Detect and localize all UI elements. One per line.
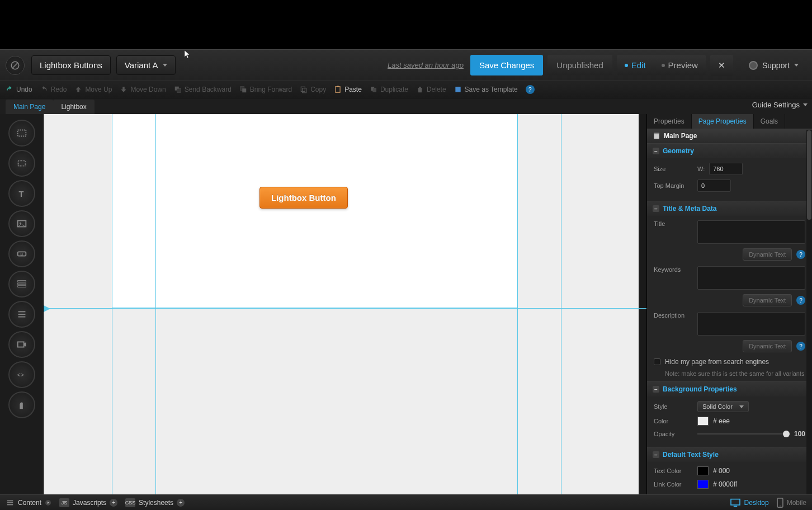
section-tool[interactable] [8,120,35,147]
move-up-button[interactable]: Move Up [74,86,112,93]
save-as-template-button[interactable]: Save as Template [454,86,518,93]
lightbox-button-element[interactable]: Lightbox Button [259,187,348,209]
chevron-down-icon [794,64,799,67]
mobile-view-button[interactable]: Mobile [777,498,806,508]
dynamic-text-button[interactable]: Dynamic Text [743,340,792,352]
javascripts-button[interactable]: JS Javascripts + [59,498,117,507]
opacity-label: Opacity [654,431,693,437]
browser-chrome-area [0,0,812,49]
tab-lightbox[interactable]: Lightbox [53,100,94,114]
dynamic-text-button[interactable]: Dynamic Text [743,248,792,261]
width-input[interactable] [709,163,743,175]
svg-rect-9 [337,86,339,87]
move-down-button[interactable]: Move Down [120,86,166,93]
send-backward-label: Send Backward [185,86,232,93]
box-tool[interactable] [8,150,35,177]
variant-selector[interactable]: Variant A [116,55,176,75]
help-icon[interactable]: ? [526,85,535,94]
js-badge-icon: JS [59,498,69,507]
section-geometry[interactable]: − Geometry [647,143,812,158]
button-tool[interactable]: B [8,240,35,267]
list-tool[interactable] [8,301,35,328]
desktop-view-button[interactable]: Desktop [730,498,769,507]
hide-from-search-checkbox[interactable] [654,358,660,365]
link-color-swatch[interactable] [697,480,709,489]
section-background[interactable]: − Background Properties [647,381,812,396]
publish-status[interactable]: Unpublished [547,55,612,75]
text-color-value: # 000 [713,467,730,475]
keywords-label: Keywords [654,266,693,273]
svg-rect-6 [301,87,305,91]
svg-rect-19 [17,281,26,282]
html-tool[interactable]: <> [8,361,35,388]
page-title-box[interactable]: Lightbox Buttons [31,55,111,75]
bg-color-swatch[interactable] [697,417,709,426]
text-color-swatch[interactable] [697,466,709,475]
guide-vertical-left[interactable] [112,114,112,494]
canvas-scrollbar[interactable] [639,114,646,494]
bring-forward-button[interactable]: Bring Forward [239,86,292,93]
stylesheets-button[interactable]: CSS Stylesheets + [125,498,185,507]
support-menu[interactable]: Support [741,55,806,75]
title-input[interactable] [697,220,805,244]
mobile-label: Mobile [787,499,806,507]
style-select[interactable]: Solid Color [697,401,749,412]
move-up-label: Move Up [85,86,112,93]
keywords-input[interactable] [697,266,805,290]
app-logo[interactable] [6,56,25,75]
undo-button[interactable]: Undo [6,86,32,93]
collapse-icon: − [653,451,659,458]
top-margin-input[interactable] [697,180,731,192]
send-backward-button[interactable]: Send Backward [174,86,232,93]
preview-mode-button[interactable]: Preview [654,55,706,75]
background-title: Background Properties [663,385,737,393]
guide-vertical-right[interactable] [561,114,561,494]
last-saved-text[interactable]: Last saved an hour ago [388,61,464,69]
paste-button[interactable]: Paste [334,86,362,93]
w-label: W: [697,166,705,172]
variant-label: Variant A [125,60,158,70]
tab-goals[interactable]: Goals [754,114,785,129]
video-tool[interactable] [8,331,35,358]
canvas[interactable]: Lightbox Button [44,114,646,494]
tab-page-properties[interactable]: Page Properties [692,114,754,129]
opacity-slider[interactable] [697,433,790,435]
redo-button[interactable]: Redo [40,86,67,93]
text-tool[interactable]: T [8,180,35,207]
guide-horizontal[interactable] [44,308,646,309]
section-title-meta[interactable]: − Title & Meta Data [647,201,812,216]
dynamic-text-button[interactable]: Dynamic Text [743,294,792,306]
guide-settings-label: Guide Settings [752,101,800,109]
guide-vertical-left[interactable] [155,114,156,494]
page-section[interactable] [112,114,517,308]
tab-properties[interactable]: Properties [647,114,692,129]
guide-settings-menu[interactable]: Guide Settings [752,101,808,109]
redo-label: Redo [51,86,67,93]
inactive-dot-icon [662,64,665,67]
tab-main-page[interactable]: Main Page [6,100,53,114]
desktop-label: Desktop [744,499,769,507]
image-tool[interactable] [8,210,35,237]
help-icon[interactable]: ? [796,296,805,305]
delete-label: Delete [427,86,446,93]
chevron-down-icon [739,405,744,408]
style-value: Solid Color [702,403,733,410]
save-changes-button[interactable]: Save Changes [470,55,543,75]
guide-vertical-right[interactable] [517,114,518,494]
social-tool[interactable] [8,391,35,418]
duplicate-button[interactable]: Duplicate [370,86,408,93]
form-tool[interactable] [8,271,35,298]
slider-thumb[interactable] [783,431,790,437]
close-button[interactable]: ✕ [710,55,733,76]
description-input[interactable] [697,312,805,336]
edit-mode-button[interactable]: Edit [617,55,654,75]
help-icon[interactable]: ? [796,250,805,259]
help-icon[interactable]: ? [796,342,805,351]
copy-button[interactable]: Copy [300,86,326,93]
section-text-style[interactable]: − Default Text Style [647,447,812,462]
svg-rect-20 [17,283,26,285]
content-drawer[interactable]: Content [6,499,51,507]
right-panel-scrollbar[interactable] [806,130,812,494]
delete-button[interactable]: Delete [416,86,446,93]
top-bar: Lightbox Buttons Variant A Last saved an… [0,49,812,81]
